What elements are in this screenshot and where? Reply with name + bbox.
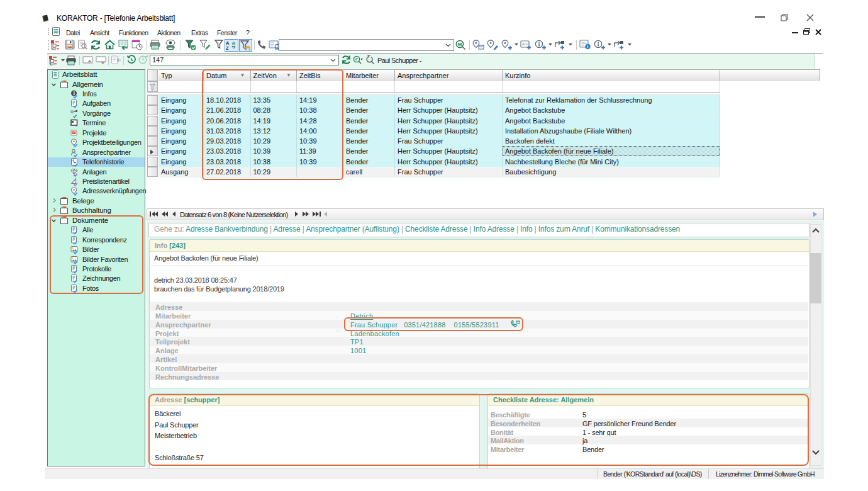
svg-text:Z: Z — [226, 45, 229, 50]
svg-text:A: A — [522, 42, 525, 46]
svg-text:M: M — [458, 42, 462, 47]
